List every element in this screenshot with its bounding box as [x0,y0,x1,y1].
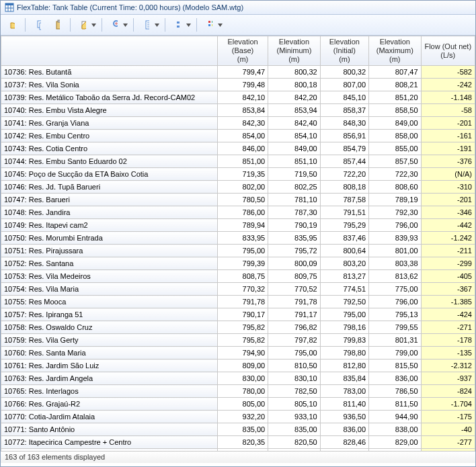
edit-button[interactable] [76,17,91,32]
cell-min[interactable]: 790,19 [268,219,320,232]
cell-min[interactable]: 796,82 [268,321,320,334]
cell-base[interactable]: 830,00 [217,372,268,385]
cell-label[interactable]: 10736: Res. Butantã [1,66,218,79]
cell-init[interactable]: 857,44 [320,155,368,168]
cell-min[interactable]: 791,17 [268,308,320,321]
cell-flow[interactable]: -175 [421,411,475,423]
cell-init[interactable]: 799,83 [320,334,368,347]
col-header-label[interactable] [1,36,218,66]
cell-init[interactable]: 837,46 [320,232,368,245]
table-row[interactable]: 10743: Res. Cotia Centro846,00849,00854,… [1,142,475,155]
cell-init[interactable]: 835,84 [320,372,368,385]
cell-label[interactable]: 10741: Res. Granja Viana [1,117,218,130]
cell-min[interactable]: 835,95 [268,232,320,245]
cell-max[interactable]: 799,00 [369,347,421,359]
cell-base[interactable]: 808,75 [217,270,268,283]
cell-min[interactable]: 842,20 [268,91,320,104]
cell-flow[interactable]: -376 [421,155,475,168]
cell-base[interactable]: 833,95 [217,232,268,245]
cell-base[interactable]: 790,17 [217,308,268,321]
cell-label[interactable]: 10745: Poço de Sucção da ETA Baixo Cotia [1,168,218,181]
cell-max[interactable]: 775,00 [369,283,421,296]
cell-max[interactable]: 839,93 [369,232,421,245]
cell-base[interactable]: 842,10 [217,91,268,104]
table-row[interactable]: 10771: Santo Antônio835,00835,00836,0083… [1,423,475,436]
cell-max[interactable]: 838,00 [369,423,421,436]
table-row[interactable]: 10758: Res. Oswaldo Cruz795,82796,82798,… [1,321,475,334]
cell-base[interactable]: 794,90 [217,347,268,359]
cell-max[interactable]: 722,30 [369,168,421,181]
options-dropdown[interactable] [186,24,191,27]
cell-max[interactable]: 808,60 [369,181,421,194]
cell-min[interactable]: 787,30 [268,206,320,219]
cell-init[interactable]: 722,20 [320,168,368,181]
table-row[interactable]: 10761: Res. Jardim São Luiz809,00810,508… [1,359,475,372]
cell-flow[interactable]: -201 [421,117,475,130]
zoom-button[interactable] [108,17,122,32]
cell-init[interactable]: 808,18 [320,181,368,194]
cell-label[interactable]: 10757: Res. Ipiranga 51 [1,308,218,321]
cell-flow[interactable]: -424 [421,308,475,321]
mode-dropdown[interactable] [217,24,223,27]
cell-base[interactable]: 770,32 [217,283,268,296]
cell-max[interactable]: 795,13 [369,308,421,321]
table-row[interactable]: 10759: Res. Vila Gerty795,82797,82799,83… [1,334,475,347]
cell-label[interactable]: 10750: Res. Morumbi Entrada [1,232,218,245]
cell-max[interactable]: 836,00 [369,372,421,385]
cell-flow[interactable]: -824 [421,385,475,398]
table-row[interactable]: 10751: Res. Pirajussara795,00795,72800,6… [1,245,475,257]
cell-label[interactable]: 10761: Res. Jardim São Luiz [1,359,218,372]
table-row[interactable]: 10742: Res. Embu Centro854,00854,10856,9… [1,130,475,142]
cell-base[interactable]: 780,00 [217,385,268,398]
cell-flow[interactable]: -937 [421,372,475,385]
cell-min[interactable]: 791,78 [268,296,320,308]
cell-init[interactable]: 845,10 [320,91,368,104]
cell-flow[interactable]: -1.242 [421,232,475,245]
cell-init[interactable]: 795,29 [320,219,368,232]
cell-label[interactable]: 10760: Res. Santa Maria [1,347,218,359]
zoom-dropdown[interactable] [122,24,128,27]
col-header-elev-base[interactable]: Elevation(Base)(m) [217,36,268,66]
cell-base[interactable]: 719,35 [217,168,268,181]
edit-dropdown[interactable] [91,24,96,27]
cell-flow[interactable]: -367 [421,283,475,296]
cell-label[interactable]: 10759: Res. Vila Gerty [1,334,218,347]
cell-min[interactable]: 933,10 [268,411,320,423]
cell-flow[interactable]: -582 [421,66,475,79]
table-row[interactable]: 10739: Res. Metálico Taboão da Serra Jd.… [1,91,475,104]
cell-init[interactable]: 811,40 [320,398,368,411]
cell-min[interactable]: 800,09 [268,257,320,270]
cell-max[interactable]: 801,00 [369,245,421,257]
cell-min[interactable]: 853,94 [268,104,320,117]
cell-min[interactable]: 781,10 [268,194,320,206]
cell-init[interactable]: 798,80 [320,347,368,359]
cell-label[interactable]: 10770: Cotia-Jardim Atalaia [1,411,218,423]
cell-init[interactable]: 791,51 [320,206,368,219]
cell-init[interactable]: 798,16 [320,321,368,334]
table-row[interactable]: 10757: Res. Ipiranga 51790,17791,17795,0… [1,308,475,321]
cell-min[interactable]: 830,10 [268,372,320,385]
cell-max[interactable]: 801,31 [369,334,421,347]
cell-init[interactable]: 812,80 [320,359,368,372]
cell-label[interactable]: 10763: Res. Jardim Angela [1,372,218,385]
cell-max[interactable]: 807,47 [369,66,421,79]
cell-min[interactable]: 800,18 [268,79,320,91]
cell-max[interactable]: 813,62 [369,270,421,283]
report-dropdown[interactable] [154,24,159,27]
cell-max[interactable]: 858,00 [369,130,421,142]
cell-base[interactable]: 795,82 [217,334,268,347]
cell-label[interactable]: 10754: Res. Vila Maria [1,283,218,296]
cell-label[interactable]: 10749: Res. Itapevi cam2 [1,219,218,232]
cell-base[interactable]: 799,47 [217,66,268,79]
cell-base[interactable]: 791,78 [217,296,268,308]
cell-init[interactable]: 813,27 [320,270,368,283]
cell-init[interactable]: 856,91 [320,130,368,142]
col-header-elev-min[interactable]: Elevation(Minimum)(m) [268,36,320,66]
cell-init[interactable]: 854,79 [320,142,368,155]
cell-base[interactable]: 842,30 [217,117,268,130]
cell-init[interactable]: 858,37 [320,104,368,117]
cell-init[interactable]: 783,00 [320,385,368,398]
cell-max[interactable]: 829,00 [369,436,421,449]
cell-min[interactable]: 805,10 [268,398,320,411]
cell-flow[interactable]: -242 [421,79,475,91]
